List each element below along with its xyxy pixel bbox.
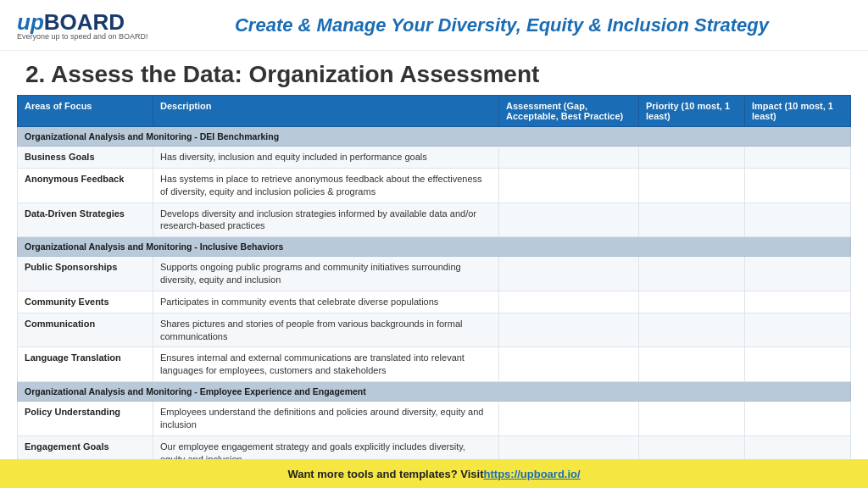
- footer: Want more tools and templates? Visit htt…: [0, 459, 868, 488]
- cell-impact[interactable]: [745, 257, 851, 291]
- cell-desc: Supports ongoing public programs and com…: [153, 257, 499, 291]
- section-header-cell: Organizational Analysis and Monitoring -…: [18, 237, 851, 257]
- cell-impact[interactable]: [745, 147, 851, 169]
- cell-assessment[interactable]: [499, 168, 639, 202]
- cell-priority[interactable]: [639, 257, 745, 291]
- cell-assessment[interactable]: [499, 202, 639, 237]
- cell-assessment[interactable]: [499, 347, 639, 382]
- section-header-row: Organizational Analysis and Monitoring -…: [18, 127, 851, 147]
- assessment-table: Areas of Focus Description Assessment (G…: [17, 95, 851, 459]
- cell-priority[interactable]: [639, 147, 745, 169]
- cell-impact[interactable]: [745, 347, 851, 382]
- cell-focus: Communication: [18, 313, 153, 347]
- col-header-focus: Areas of Focus: [18, 96, 153, 127]
- cell-focus: Anonymous Feedback: [18, 168, 153, 202]
- cell-assessment[interactable]: [499, 257, 639, 291]
- section-header-cell: Organizational Analysis and Monitoring -…: [18, 382, 851, 402]
- section-header-row: Organizational Analysis and Monitoring -…: [18, 237, 851, 257]
- cell-priority[interactable]: [639, 291, 745, 313]
- cell-priority[interactable]: [639, 313, 745, 347]
- cell-focus: Business Goals: [18, 147, 153, 169]
- cell-impact[interactable]: [745, 291, 851, 313]
- table-row: Community EventsParticipates in communit…: [18, 291, 851, 313]
- table-row: CommunicationShares pictures and stories…: [18, 313, 851, 347]
- cell-focus: Policy Understanding: [18, 402, 153, 436]
- cell-assessment[interactable]: [499, 291, 639, 313]
- cell-focus: Data-Driven Strategies: [18, 202, 153, 237]
- table-row: Anonymous FeedbackHas systems in place t…: [18, 168, 851, 202]
- logo-board: BOARD: [44, 9, 125, 35]
- cell-impact[interactable]: [745, 435, 851, 459]
- table-header-row: Areas of Focus Description Assessment (G…: [18, 96, 851, 127]
- table-row: Business GoalsHas diversity, inclusion a…: [18, 147, 851, 169]
- col-header-assessment: Assessment (Gap, Acceptable, Best Practi…: [499, 96, 639, 127]
- cell-desc: Shares pictures and stories of people fr…: [153, 313, 499, 347]
- section-header-cell: Organizational Analysis and Monitoring -…: [18, 127, 851, 147]
- page-title-container: 2. Assess the Data: Organization Assessm…: [0, 51, 868, 95]
- cell-desc: Has diversity, inclusion and equity incl…: [153, 147, 499, 169]
- cell-impact[interactable]: [745, 313, 851, 347]
- cell-desc: Our employee engagement strategy and goa…: [153, 435, 499, 459]
- cell-impact[interactable]: [745, 402, 851, 436]
- cell-priority[interactable]: [639, 168, 745, 202]
- col-header-desc: Description: [153, 96, 499, 127]
- table-container: Areas of Focus Description Assessment (G…: [0, 95, 868, 459]
- cell-assessment[interactable]: [499, 435, 639, 459]
- table-row: Policy UnderstandingEmployees understand…: [18, 402, 851, 436]
- cell-desc: Employees understand the definitions and…: [153, 402, 499, 436]
- cell-desc: Ensures internal and external communicat…: [153, 347, 499, 382]
- cell-focus: Public Sponsorships: [18, 257, 153, 291]
- logo-up: up: [17, 9, 44, 35]
- cell-priority[interactable]: [639, 347, 745, 382]
- cell-focus: Community Events: [18, 291, 153, 313]
- footer-link[interactable]: https://upboard.io/: [484, 468, 581, 480]
- cell-focus: Language Translation: [18, 347, 153, 382]
- cell-impact[interactable]: [745, 202, 851, 237]
- cell-desc: Develops diversity and inclusion strateg…: [153, 202, 499, 237]
- cell-priority[interactable]: [639, 202, 745, 237]
- cell-impact[interactable]: [745, 168, 851, 202]
- cell-priority[interactable]: [639, 402, 745, 436]
- section-header-row: Organizational Analysis and Monitoring -…: [18, 382, 851, 402]
- table-row: Language TranslationEnsures internal and…: [18, 347, 851, 382]
- cell-desc: Has systems in place to retrieve anonymo…: [153, 168, 499, 202]
- logo: upBOARD Everyone up to speed and on BOAR…: [17, 9, 153, 41]
- col-header-priority: Priority (10 most, 1 least): [639, 96, 745, 127]
- footer-text: Want more tools and templates? Visit: [287, 468, 483, 480]
- col-header-impact: Impact (10 most, 1 least): [745, 96, 851, 127]
- table-row: Public SponsorshipsSupports ongoing publ…: [18, 257, 851, 291]
- cell-assessment[interactable]: [499, 147, 639, 169]
- cell-desc: Participates in community events that ce…: [153, 291, 499, 313]
- header-title: Create & Manage Your Diversity, Equity &…: [153, 14, 851, 36]
- table-row: Engagement GoalsOur employee engagement …: [18, 435, 851, 459]
- cell-focus: Engagement Goals: [18, 435, 153, 459]
- header: upBOARD Everyone up to speed and on BOAR…: [0, 0, 868, 51]
- cell-assessment[interactable]: [499, 313, 639, 347]
- cell-priority[interactable]: [639, 435, 745, 459]
- cell-assessment[interactable]: [499, 402, 639, 436]
- page-title: 2. Assess the Data: Organization Assessm…: [25, 61, 843, 88]
- table-row: Data-Driven StrategiesDevelops diversity…: [18, 202, 851, 237]
- logo-tagline: Everyone up to speed and on BOARD!: [17, 32, 153, 41]
